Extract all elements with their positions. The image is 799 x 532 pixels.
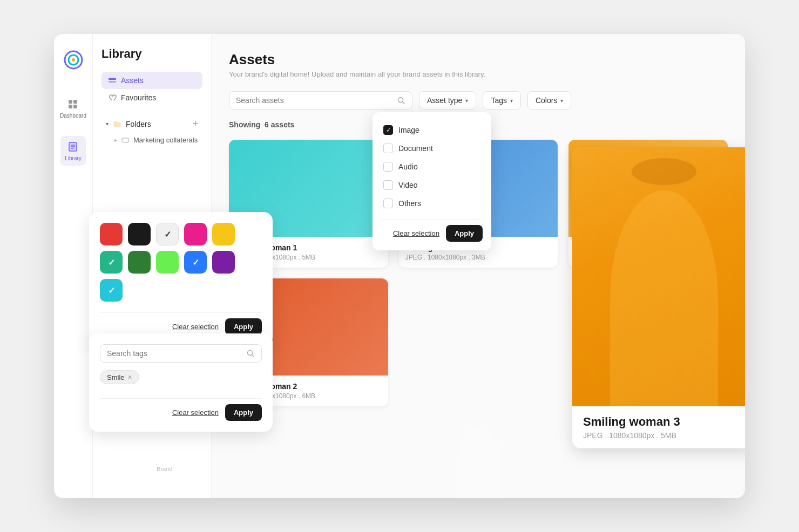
search-input[interactable] [236,96,392,105]
search-box[interactable] [229,91,412,110]
assets-label: Assets [121,76,144,85]
showing-count: 6 assets [265,120,294,129]
asset-type-label: Asset type [427,96,462,105]
asset-type-dropdown: Image Document Audio Video Others Clear … [373,112,491,250]
asset-type-filter-button[interactable]: Asset type ▾ [419,91,476,110]
color-swatch-teal[interactable]: ✓ [100,251,123,274]
color-swatch-white[interactable]: ✓ [156,223,179,245]
tag-remove-icon[interactable]: × [128,373,132,381]
tag-chip-smile[interactable]: Smile × [100,370,139,384]
favourites-label: Favourites [121,93,156,102]
book-icon [66,140,79,153]
tags-search-input[interactable] [107,349,242,358]
tags-footer: Clear selection Apply [100,398,262,421]
color-swatch-purple[interactable] [212,251,235,274]
checkbox-image[interactable] [383,125,393,135]
colors-grid: ✓ ✓ ✓ ✓ [100,223,262,302]
color-swatch-yellow[interactable] [212,223,235,245]
subfolder-icon [121,137,129,144]
tags-search-icon [246,349,255,358]
dropdown-footer: Clear selection Apply [381,219,483,242]
svg-line-16 [403,102,405,104]
colors-apply-button[interactable]: Apply [225,318,262,335]
svg-rect-3 [69,100,72,104]
asset-meta-2: JPEG . 1080x1080px . 3MB [405,254,552,261]
library-label: Library [65,155,82,161]
marketing-collaterals-item[interactable]: ▸ Marketing collaterals [101,133,202,147]
colors-chevron-icon: ▾ [560,98,563,104]
colors-clear-button[interactable]: Clear selection [172,323,219,331]
folders-header[interactable]: ▾ Folders + [101,115,202,133]
search-icon [397,96,405,105]
svg-rect-6 [73,105,77,108]
layers-icon [108,76,117,85]
svg-rect-4 [73,100,77,104]
option-image[interactable]: Image [381,121,483,139]
colors-panel: ✓ ✓ ✓ ✓ Clear select [89,212,273,346]
brand-label: Brand [157,466,172,472]
add-folder-icon[interactable]: + [192,118,198,129]
big-card-info: Smiling woman 3 JPEG . 1080x1080px . 5MB [572,406,745,448]
option-image-label: Image [398,126,419,134]
color-swatch-red[interactable] [100,223,123,245]
tags-label: Tags [491,96,507,105]
tags-clear-button[interactable]: Clear selection [172,408,219,417]
option-video[interactable]: Video [381,176,483,194]
option-document-label: Document [398,144,433,153]
color-swatch-black[interactable] [128,223,151,245]
color-swatch-darkgreen[interactable] [128,251,151,274]
checkbox-audio[interactable] [383,162,393,172]
folders-label: Folders [126,120,151,128]
checkmark-white: ✓ [164,229,171,240]
checkmark-teal: ✓ [108,257,115,268]
page-subtitle: Your brand's digital home! Upload and ma… [229,70,728,78]
big-card-image [572,147,745,406]
checkmark-blue: ✓ [192,257,199,268]
chevron-down-icon: ▾ [106,121,109,127]
checkbox-video[interactable] [383,180,393,190]
toolbar: Asset type ▾ Tags ▾ Colors ▾ [229,91,728,110]
svg-line-18 [252,355,254,357]
svg-rect-12 [109,78,116,80]
left-nav: Dashboard Library [54,34,93,498]
svg-point-2 [72,58,75,62]
color-swatch-cyan[interactable]: ✓ [100,279,123,302]
svg-rect-5 [69,105,72,108]
sidebar-favourites[interactable]: Favourites [101,89,202,106]
big-card-name: Smiling woman 3 [583,415,745,429]
sidebar-title: Library [101,47,202,61]
showing-prefix: Showing [229,120,260,129]
colors-label: Colors [536,96,557,105]
option-document[interactable]: Document [381,139,483,158]
tags-filter-button[interactable]: Tags ▾ [483,91,521,110]
tags-search-box[interactable] [100,344,262,363]
folder-icon [113,120,121,128]
checkbox-others[interactable] [383,199,393,208]
tags-apply-button[interactable]: Apply [225,404,262,421]
option-audio-label: Audio [398,162,418,171]
app-logo [64,50,83,72]
sidebar-assets[interactable]: Assets [101,72,202,89]
tags-panel: Smile × Clear selection Apply [89,333,273,432]
svg-rect-13 [109,81,116,83]
sidebar-item-dashboard[interactable]: Dashboard [56,93,91,123]
color-swatch-pink[interactable] [184,223,207,245]
checkmark-cyan: ✓ [108,285,115,296]
checkbox-document[interactable] [383,144,393,153]
tag-chip-label: Smile [107,373,125,381]
dropdown-clear-button[interactable]: Clear selection [393,229,439,237]
option-audio[interactable]: Audio [381,158,483,176]
folders-section: ▾ Folders + ▸ Marketing collaterals [101,115,202,147]
page-title: Assets [229,51,728,68]
svg-rect-14 [122,138,128,142]
dashboard-label: Dashboard [60,113,86,119]
big-card[interactable]: Smiling woman 3 JPEG . 1080x1080px . 5MB [572,147,745,448]
colors-filter-button[interactable]: Colors ▾ [527,91,571,110]
heart-icon [108,93,117,102]
dropdown-apply-button[interactable]: Apply [446,225,483,242]
color-swatch-lime[interactable] [156,251,179,274]
marketing-collaterals-label: Marketing collaterals [133,136,198,144]
color-swatch-blue[interactable]: ✓ [184,251,207,274]
option-others[interactable]: Others [381,194,483,213]
sidebar-item-library[interactable]: Library [60,136,86,166]
